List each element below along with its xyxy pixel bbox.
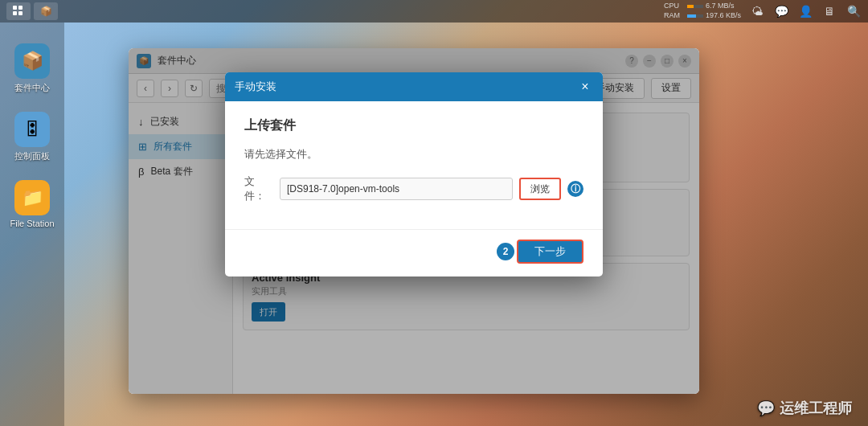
file-label: 文件：	[244, 174, 273, 203]
weather-icon[interactable]: 🌤	[749, 3, 765, 19]
file-input-display: [DS918-7.0]open-vm-tools	[280, 178, 513, 200]
svg-rect-3	[18, 11, 23, 15]
step-indicator: 2	[497, 243, 514, 260]
wechat-watermark: 💬 运维工程师	[757, 399, 852, 418]
modal-desc: 请先选择文件。	[244, 147, 583, 162]
file-row: 文件： [DS918-7.0]open-vm-tools 浏览 ⓘ	[244, 174, 583, 203]
dock-label-package-center: 套件中心	[14, 82, 50, 94]
modal-titlebar: 手动安装 ×	[225, 72, 603, 101]
package-center-window: 📦 套件中心 ? − □ × ‹ › ↻ 手动安装 设置	[129, 48, 699, 394]
next-button[interactable]: 下一步	[517, 240, 583, 264]
ram-bar-fill	[687, 14, 696, 18]
taskbar-right: CPU 6.7 MB/s RAM 197.6 KB/s 🌤 💬 👤 🖥	[664, 2, 862, 20]
dock-item-control-panel[interactable]: 🎛 控制面板	[8, 107, 56, 167]
dock-left: 📦 套件中心 🎛 控制面板 📁 File Station	[0, 23, 64, 426]
file-value: [DS918-7.0]open-vm-tools	[287, 183, 399, 195]
svg-rect-0	[13, 6, 17, 10]
cpu-speed: 6.7 MB/s	[706, 2, 735, 11]
dock-item-package-center[interactable]: 📦 套件中心	[8, 39, 56, 99]
taskbar-left: 📦	[6, 2, 58, 20]
svg-rect-2	[13, 11, 17, 15]
modal-titlebar-label: 手动安装	[235, 80, 577, 94]
active-app-icon[interactable]: 📦	[34, 2, 58, 20]
wechat-icon: 💬	[757, 399, 775, 417]
cpu-bar-fill	[687, 5, 694, 8]
modal-section-title: 上传套件	[244, 117, 583, 134]
modal-overlay: 手动安装 × 上传套件 请先选择文件。 文件： [DS918-7.0]open-…	[129, 48, 699, 394]
modal-body: 上传套件 请先选择文件。 文件： [DS918-7.0]open-vm-tool…	[225, 101, 603, 229]
modal-close-button[interactable]: ×	[577, 79, 593, 95]
ram-bar	[687, 14, 703, 18]
info-icon[interactable]: ⓘ	[567, 181, 583, 197]
search-taskbar-icon[interactable]: 🔍	[845, 3, 862, 19]
manual-install-dialog: 手动安装 × 上传套件 请先选择文件。 文件： [DS918-7.0]open-…	[225, 72, 603, 276]
file-station-icon: 📁	[14, 180, 50, 215]
cpu-bar	[687, 5, 703, 8]
dock-item-file-station[interactable]: 📁 File Station	[3, 175, 60, 233]
cpu-label: CPU	[664, 2, 685, 11]
control-panel-icon: 🎛	[14, 112, 50, 147]
browse-button[interactable]: 浏览	[519, 178, 561, 200]
apps-grid-button[interactable]	[6, 2, 31, 20]
svg-rect-1	[18, 6, 23, 10]
desktop: 📦 CPU 6.7 MB/s RAM 197.6 KB/s	[0, 0, 868, 426]
user-icon[interactable]: 👤	[797, 3, 813, 19]
cpu-ram-widget: CPU 6.7 MB/s RAM 197.6 KB/s	[664, 2, 741, 20]
display-icon[interactable]: 🖥	[821, 3, 837, 19]
taskbar-top: 📦 CPU 6.7 MB/s RAM 197.6 KB/s	[0, 0, 868, 23]
ram-speed: 197.6 KB/s	[706, 11, 741, 21]
modal-footer: 2 下一步	[225, 229, 603, 276]
ram-label: RAM	[664, 11, 685, 21]
package-center-icon: 📦	[14, 43, 50, 79]
dock-label-file-station: File Station	[10, 219, 54, 228]
wechat-text: 运维工程师	[780, 399, 852, 418]
dock-label-control-panel: 控制面板	[14, 150, 50, 162]
chat-icon[interactable]: 💬	[773, 3, 789, 19]
